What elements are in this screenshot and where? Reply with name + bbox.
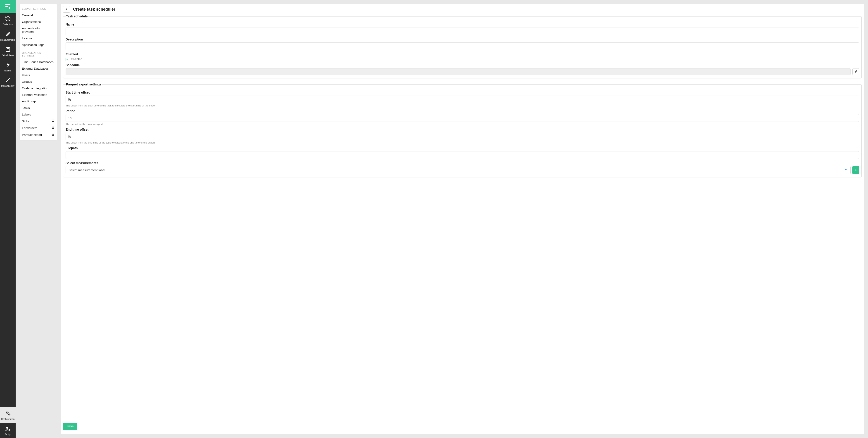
nav-label: Calculations [2,54,14,57]
parquet-settings-fieldset: Parquet export settings Start time offse… [63,82,862,177]
nav-factry[interactable]: factry [0,423,16,438]
sidebar-item-label: General [22,13,33,17]
sidebar-item-tasks[interactable]: Tasks [20,105,57,111]
nav-label: Collectors [3,23,13,26]
save-button[interactable]: Save [63,423,77,430]
main-card: Create task scheduler Task schedule Name… [61,4,864,434]
nav-collectors[interactable]: Collectors [0,13,16,28]
sidebar-item-label: Time Series Databases [22,60,54,64]
calculator-icon [5,46,11,53]
chevron-down-icon [844,168,848,172]
enabled-label: Enabled [66,53,859,56]
sidebar-item-organizations[interactable]: Organizations [20,19,57,25]
schedule-label: Schedule [66,63,859,67]
ruler-icon [5,31,11,37]
chevron-left-icon [65,8,68,11]
sidebar-item-external-validation[interactable]: External Validation [20,92,57,98]
sidebar-item-label: Organizations [22,20,41,24]
svg-point-11 [6,412,8,413]
nav-measurements[interactable]: Measurements [0,28,16,43]
nav-manual-entry[interactable]: Manual entry [0,74,16,90]
sidebar-item-application-logs[interactable]: Application Logs [20,42,57,48]
sidebar-item-general[interactable]: General [20,12,57,19]
app-logo[interactable] [0,0,16,13]
name-input[interactable] [66,28,859,35]
sidebar-item-label: Groups [22,80,32,83]
sidebar-item-forwarders[interactable]: Forwarders [20,125,57,131]
svg-point-2 [9,7,10,9]
sidebar-item-grafana[interactable]: Grafana Integration [20,85,57,92]
svg-rect-1 [5,6,8,7]
add-measurement-button[interactable]: + [852,166,859,174]
description-input[interactable] [66,42,859,50]
filepath-label: Filepath [66,146,859,150]
sidebar-item-parquet-export[interactable]: Parquet export [20,131,57,138]
sidebar-item-label: External Databases [22,67,49,70]
nav-calculations[interactable]: Calculations [0,43,16,59]
measurements-select[interactable]: Select measurement label [66,166,850,174]
sidebar-item-label: Grafana Integration [22,87,48,90]
filepath-input[interactable] [66,151,859,159]
sidebar-item-sinks[interactable]: Sinks [20,118,57,125]
description-label: Description [66,37,859,41]
sidebar-item-label: Sinks [22,120,29,123]
nav-configuration[interactable]: Configuration [0,407,16,423]
sidebar-item-authentication-providers[interactable]: Authentication providers [20,25,57,35]
period-input[interactable] [66,114,859,122]
flask-icon [52,133,55,136]
svg-point-14 [9,429,10,430]
sidebar-item-label: Audit Logs [22,100,36,103]
nav-label: Events [4,69,11,72]
start-offset-input[interactable] [66,96,859,103]
gears-icon [5,410,11,416]
sidebar-item-external-databases[interactable]: External Databases [20,65,57,72]
sidebar-item-label: Labels [22,113,31,116]
task-schedule-legend: Task schedule [66,14,88,18]
nav-label: factry [5,433,10,436]
flask-icon [52,126,55,130]
sidebar-item-users[interactable]: Users [20,72,57,78]
sidebar-item-audit-logs[interactable]: Audit Logs [20,98,57,105]
sidebar-item-label: Users [22,73,30,77]
select-measurements-label: Select measurements [66,161,859,165]
select-placeholder: Select measurement label [68,168,105,172]
edit-icon [854,70,858,73]
sidebar-item-labels[interactable]: Labels [20,111,57,118]
sidebar-item-groups[interactable]: Groups [20,78,57,85]
schedule-display [66,68,850,75]
edit-schedule-button[interactable] [852,68,859,75]
enabled-checkbox[interactable] [66,58,69,61]
server-settings-header: SERVER SETTINGS [20,4,57,12]
history-icon [5,15,11,22]
settings-sidebar: SERVER SETTINGS General Organizations Au… [20,4,57,140]
pencil-icon [5,77,11,83]
svg-rect-3 [6,47,10,52]
main-header: Create task scheduler [61,4,864,14]
period-help: The period for the data to export [66,123,859,126]
end-offset-label: End time offset [66,128,859,131]
sidebar-item-label: Forwarders [22,126,37,130]
start-offset-help: The offset from the start time of the ta… [66,104,859,107]
nav-label: Measurements [0,39,15,41]
parquet-legend: Parquet export settings [66,82,102,86]
end-offset-input[interactable] [66,133,859,140]
end-offset-help: The offset from the end time of the task… [66,141,859,144]
page-title: Create task scheduler [73,7,115,12]
sidebar-item-label: External Validation [22,93,47,97]
sidebar-item-license[interactable]: License [20,35,57,42]
period-label: Period [66,109,859,113]
back-button[interactable] [63,6,70,13]
enabled-checkbox-label: Enabled [71,58,82,61]
org-settings-header: ORGANIZATION SETTINGS [20,48,57,59]
sidebar-item-tsdb[interactable]: Time Series Databases [20,59,57,65]
nav-label: Configuration [1,418,14,420]
svg-point-13 [6,427,8,429]
task-schedule-fieldset: Task schedule Name Description Enabled [63,14,862,78]
sidebar-item-label: Authentication providers [22,27,55,33]
plus-icon: + [855,168,857,172]
logo-icon [4,3,11,10]
nav-events[interactable]: Events [0,59,16,74]
svg-point-12 [8,414,9,415]
nav-label: Manual entry [1,85,14,87]
flask-icon [52,119,55,123]
